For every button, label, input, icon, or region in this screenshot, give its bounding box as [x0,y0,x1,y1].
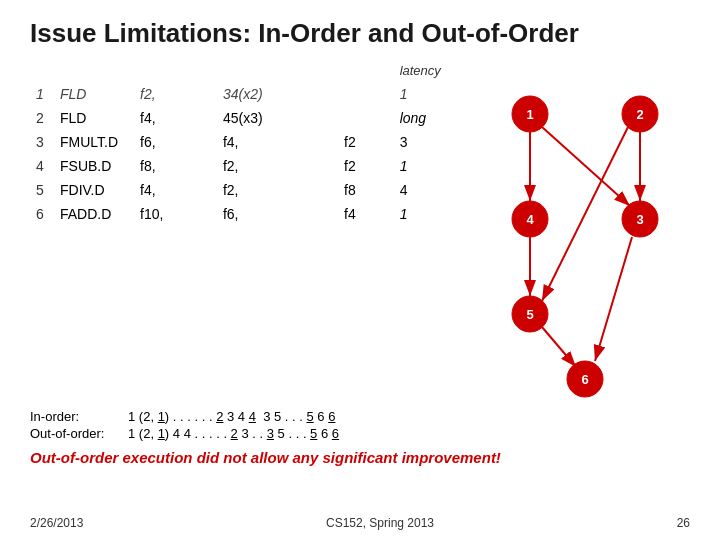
row1-arg3 [338,82,394,106]
bottom-section: In-order: 1 (2, 1) . . . . . . 2 3 4 4 3… [30,409,690,466]
row5-arg3: f8 [338,178,394,202]
row2-num: 2 [30,106,54,130]
row5-arg2: f2, [217,178,338,202]
outoforder-sequence: 1 (2, 1) 4 4 . . . . . 2 3 . . 3 5 . . .… [128,426,339,441]
row5-num: 5 [30,178,54,202]
table-row: 6 FADD.D f10, f6, f4 1 [30,202,480,226]
dependency-graph: 1 2 4 3 5 6 [480,59,690,399]
row6-op: FADD.D [54,202,134,226]
row6-arg2: f6, [217,202,338,226]
row3-arg2: f4, [217,130,338,154]
row4-num: 4 [30,154,54,178]
node-4-label: 4 [526,212,534,227]
row3-num: 3 [30,130,54,154]
col-header-op [54,59,134,82]
footer-course: CS152, Spring 2013 [326,516,434,530]
row6-num: 6 [30,202,54,226]
col-header-num [30,59,54,82]
edge-2-5 [542,127,628,301]
row4-latency: 1 [394,154,480,178]
inorder-row: In-order: 1 (2, 1) . . . . . . 2 3 4 4 3… [30,409,690,424]
row2-op: FLD [54,106,134,130]
edge-1-3 [542,127,630,206]
table-row: 3 FMULT.D f6, f4, f2 3 [30,130,480,154]
row1-latency: 1 [394,82,480,106]
row2-arg3 [338,106,394,130]
main-content: latency 1 FLD f2, 34(x2) 1 2 FLD [30,59,690,399]
row2-arg1: f4, [134,106,217,130]
outoforder-row: Out-of-order: 1 (2, 1) 4 4 . . . . . 2 3… [30,426,690,441]
row5-op: FDIV.D [54,178,134,202]
row4-arg3: f2 [338,154,394,178]
node-6-label: 6 [581,372,588,387]
table-row: 4 FSUB.D f8, f2, f2 1 [30,154,480,178]
col-header-args [134,59,394,82]
row1-op: FLD [54,82,134,106]
footer-date: 2/26/2013 [30,516,83,530]
row4-arg1: f8, [134,154,217,178]
row1-num: 1 [30,82,54,106]
conclusion-text: Out-of-order execution did not allow any… [30,449,690,466]
inorder-label: In-order: [30,409,120,424]
table-row: 5 FDIV.D f4, f2, f8 4 [30,178,480,202]
row6-arg1: f10, [134,202,217,226]
footer: 2/26/2013 CS152, Spring 2013 26 [30,516,690,530]
row5-latency: 4 [394,178,480,202]
instructions-table: latency 1 FLD f2, 34(x2) 1 2 FLD [30,59,480,226]
row2-latency: long [394,106,480,130]
inorder-sequence: 1 (2, 1) . . . . . . 2 3 4 4 3 5 . . . 5… [128,409,335,424]
edge-5-6 [542,327,576,367]
node-3-label: 3 [636,212,643,227]
row4-arg2: f2, [217,154,338,178]
row3-latency: 3 [394,130,480,154]
node-1-label: 1 [526,107,533,122]
row1-arg2: 34(x2) [217,82,338,106]
table-row: 2 FLD f4, 45(x3) long [30,106,480,130]
slide: Issue Limitations: In-Order and Out-of-O… [0,0,720,540]
node-2-label: 2 [636,107,643,122]
row5-arg1: f4, [134,178,217,202]
row1-arg1: f2, [134,82,217,106]
outoforder-label: Out-of-order: [30,426,120,441]
row2-arg2: 45(x3) [217,106,338,130]
table-row: 1 FLD f2, 34(x2) 1 [30,82,480,106]
graph-area: 1 2 4 3 5 6 [480,59,690,399]
footer-page: 26 [677,516,690,530]
edge-3-6 [595,237,632,361]
row3-arg1: f6, [134,130,217,154]
latency-header-label: latency [394,59,480,82]
slide-title: Issue Limitations: In-Order and Out-of-O… [30,18,690,49]
row3-op: FMULT.D [54,130,134,154]
table-area: latency 1 FLD f2, 34(x2) 1 2 FLD [30,59,480,399]
row4-op: FSUB.D [54,154,134,178]
row6-arg3: f4 [338,202,394,226]
node-5-label: 5 [526,307,533,322]
row6-latency: 1 [394,202,480,226]
row3-arg3: f2 [338,130,394,154]
